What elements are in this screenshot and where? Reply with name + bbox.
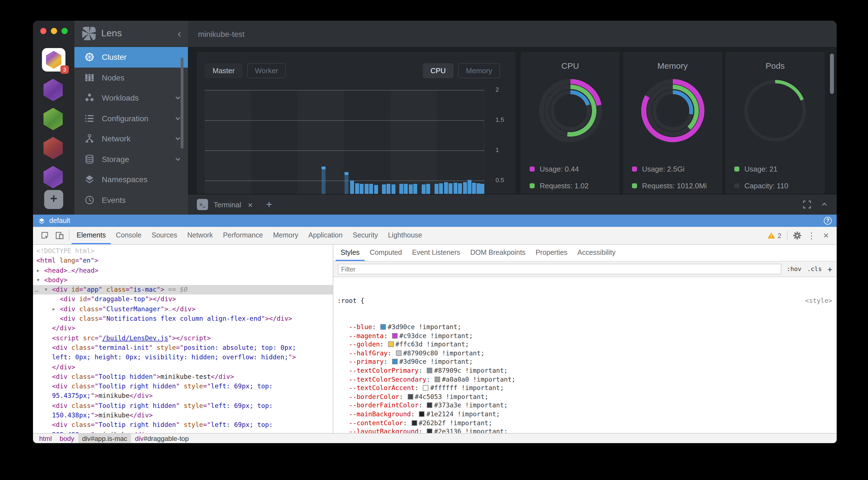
color-swatch[interactable] (423, 385, 429, 390)
collapse-arrow-icon[interactable]: ▾ (37, 275, 39, 285)
chevron-down-icon[interactable] (175, 95, 181, 101)
elements-tree-row[interactable]: <div class="Tooltip right hidden" style=… (33, 420, 333, 430)
cluster-3[interactable] (42, 108, 65, 131)
elements-tree-row[interactable]: <div id="draggable-top"></div> (33, 295, 333, 305)
elements-tree-row[interactable]: ▾<body> (33, 275, 333, 285)
sidebar-item-configuration[interactable]: Configuration (74, 108, 188, 129)
sidebar-item-workloads[interactable]: Workloads (74, 88, 188, 108)
devtools-tab-application[interactable]: Application (303, 227, 348, 244)
css-declaration[interactable]: --contentColor: #262b2f !important; (337, 419, 832, 427)
sidebar-item-network[interactable]: Network (74, 129, 188, 149)
styles-tab-properties[interactable]: Properties (530, 245, 572, 261)
color-swatch[interactable] (435, 376, 440, 382)
toggle-cls-button[interactable]: .cls (807, 266, 822, 273)
cluster-2[interactable] (42, 79, 65, 102)
minimize-window-button[interactable] (51, 28, 57, 34)
elements-tree-row[interactable]: <script src="/build/LensDev.js"></script… (33, 333, 333, 343)
css-declaration[interactable]: --borderFaintColor: #373a3e !important; (337, 402, 832, 410)
chevron-down-icon[interactable] (175, 136, 181, 142)
elements-tree-row[interactable]: ▸<head>…</head> (33, 266, 333, 275)
color-swatch[interactable] (427, 428, 433, 433)
css-declaration[interactable]: --magenta: #c93dce !important; (337, 332, 832, 340)
sidebar-item-nodes[interactable]: Nodes (74, 67, 188, 88)
color-swatch[interactable] (388, 341, 394, 347)
breadcrumb-div-draggable-top[interactable]: div#draggable-top (131, 434, 193, 443)
elements-tree-row[interactable]: </div> (33, 363, 333, 372)
color-swatch[interactable] (380, 324, 386, 330)
devtools-tab-network[interactable]: Network (182, 227, 218, 244)
devtools-close-icon[interactable]: × (819, 227, 833, 244)
devtools-tab-console[interactable]: Console (111, 227, 147, 244)
color-swatch[interactable] (407, 394, 413, 399)
cluster-4[interactable] (42, 137, 65, 160)
close-window-button[interactable] (40, 28, 46, 34)
color-swatch[interactable] (396, 350, 402, 356)
chevron-down-icon[interactable] (175, 156, 181, 163)
breadcrumb-div-app-is-mac[interactable]: div#app.is-mac (78, 434, 131, 443)
row-gutter-icon[interactable]: … (35, 285, 38, 295)
toggle-hov-button[interactable]: :hov (786, 266, 801, 273)
devtools-tab-lighthouse[interactable]: Lighthouse (383, 227, 427, 244)
elements-tree-row[interactable]: 205.438px;">minikube</div> (33, 430, 333, 433)
terminal-close-icon[interactable]: × (248, 200, 253, 209)
cluster-5[interactable] (42, 166, 65, 190)
help-icon[interactable]: ? (824, 217, 832, 225)
elements-tree-row[interactable]: 150.438px;">minikube</div> (33, 411, 333, 420)
sidebar-item-namespaces[interactable]: Namespaces (74, 169, 188, 190)
collapse-arrow-icon[interactable]: ▾ (45, 285, 47, 295)
console-warnings-badge[interactable]: 2 (764, 227, 785, 244)
color-swatch[interactable] (392, 333, 398, 338)
color-swatch[interactable] (392, 359, 398, 365)
node-tab-worker[interactable]: Worker (247, 63, 286, 78)
css-declaration[interactable]: --textColorSecondary: #a0a0a0 !important… (337, 375, 832, 384)
expand-arrow-icon[interactable]: ▸ (53, 305, 55, 314)
elements-tree-row[interactable]: <html lang="en"> (33, 256, 333, 266)
sidebar-scrollbar[interactable] (181, 58, 183, 149)
stylesheet-source[interactable]: <style> (805, 297, 832, 305)
color-swatch[interactable] (419, 411, 425, 417)
elements-tree-row[interactable]: 95.4375px;">minikube</div> (33, 391, 333, 401)
cluster-minikube-test[interactable]: 3 (42, 48, 65, 71)
device-toolbar-icon[interactable] (52, 227, 67, 244)
devtools-tab-security[interactable]: Security (348, 227, 383, 244)
css-declaration[interactable]: --halfGray: #87909c80 !important; (337, 349, 832, 358)
devtools-tab-elements[interactable]: Elements (71, 227, 111, 244)
devtools-tab-sources[interactable]: Sources (147, 227, 182, 244)
styles-tab-computed[interactable]: Computed (365, 245, 407, 261)
css-declaration[interactable]: --borderColor: #4c5053 !important; (337, 392, 832, 401)
elements-tree-row[interactable]: <div class="terminal-init" style="positi… (33, 343, 333, 353)
node-tab-master[interactable]: Master (205, 63, 243, 78)
terminal-collapse-icon[interactable] (821, 201, 828, 208)
styles-tab-styles[interactable]: Styles (336, 245, 365, 261)
sidebar-item-cluster[interactable]: Cluster (74, 47, 188, 67)
devtools-menu-icon[interactable]: ⋮ (804, 227, 819, 244)
inspect-element-icon[interactable] (37, 227, 52, 244)
color-swatch[interactable] (427, 368, 433, 373)
terminal-tab[interactable]: Terminal (214, 200, 241, 209)
metric-tab-cpu[interactable]: CPU (423, 63, 454, 78)
terminal-add-icon[interactable]: + (266, 199, 272, 210)
css-declaration[interactable]: --golden: #ffc63d !important; (337, 340, 832, 349)
breadcrumb-body[interactable]: body (56, 434, 78, 443)
content-scrollbar[interactable] (830, 54, 834, 94)
elements-tree-row[interactable]: left: 0px; height: 0px; visibility: hidd… (33, 353, 333, 363)
sidebar-item-events[interactable]: Events (74, 190, 188, 210)
css-declaration[interactable]: --layoutBackground: #2e3136 !important; (337, 427, 832, 433)
styles-filter-input[interactable] (338, 264, 781, 274)
elements-tree-row[interactable]: <div class="Tooltip right hidden" style=… (33, 382, 333, 391)
new-style-rule-button[interactable]: + (828, 265, 832, 274)
css-selector[interactable]: :root { (337, 297, 364, 305)
elements-tree-row[interactable]: ▸<div class="ClusterManager">…</div> (33, 305, 333, 314)
expand-arrow-icon[interactable]: ▸ (37, 266, 39, 275)
elements-tree-row[interactable]: <div class="Notifications flex column al… (33, 314, 333, 324)
sidebar-item-storage[interactable]: Storage (74, 149, 188, 169)
chevron-down-icon[interactable] (175, 115, 181, 122)
css-declaration[interactable]: --textColorAccent: #ffffff !important; (337, 384, 832, 392)
elements-tree-row[interactable]: <!DOCTYPE html> (33, 246, 333, 256)
elements-tree-row[interactable]: <div class="Tooltip hidden">minikube-tes… (33, 372, 333, 382)
styles-tab-event-listeners[interactable]: Event Listeners (407, 245, 465, 261)
terminal-fullscreen-icon[interactable] (803, 201, 811, 208)
zoom-window-button[interactable] (62, 28, 68, 34)
collapse-sidebar-icon[interactable]: ‹ (178, 28, 181, 39)
css-declaration[interactable]: --mainBackground: #1e2124 !important; (337, 410, 832, 419)
